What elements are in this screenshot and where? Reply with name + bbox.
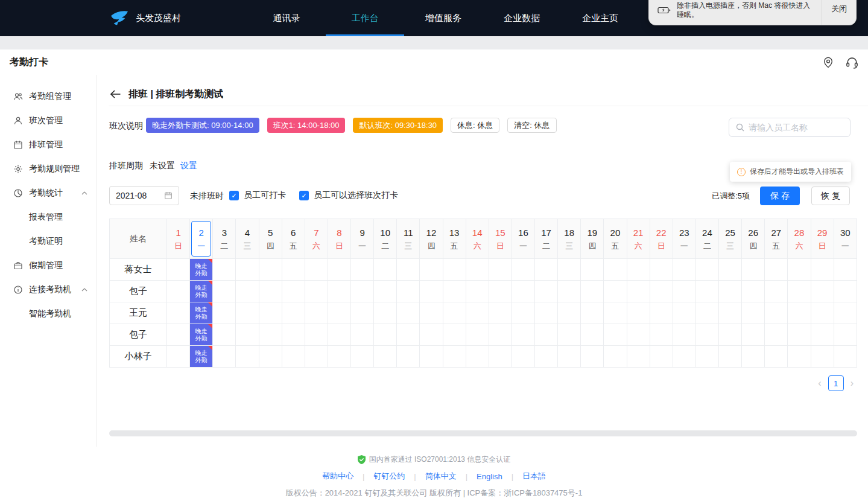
schedule-cell[interactable] <box>443 259 466 281</box>
sidebar-subitem[interactable]: 智能考勤机 <box>0 302 96 326</box>
schedule-cell[interactable] <box>604 346 627 368</box>
save-button[interactable]: 保 存 <box>760 187 800 205</box>
shift-badge[interactable]: 晚走外勤 <box>190 302 212 324</box>
schedule-cell[interactable] <box>535 281 558 302</box>
schedule-cell[interactable] <box>581 281 604 302</box>
schedule-cell[interactable] <box>213 259 236 281</box>
schedule-cell[interactable] <box>512 259 534 281</box>
schedule-cell[interactable] <box>466 324 489 346</box>
schedule-cell[interactable] <box>834 324 857 346</box>
sidebar-item[interactable]: 排班管理 <box>0 133 96 157</box>
schedule-cell[interactable] <box>374 346 397 368</box>
schedule-cell[interactable] <box>695 302 718 324</box>
schedule-cell[interactable] <box>374 324 397 346</box>
schedule-cell[interactable] <box>765 324 788 346</box>
schedule-cell[interactable] <box>259 259 282 281</box>
schedule-cell[interactable] <box>305 281 328 302</box>
schedule-cell[interactable] <box>305 324 328 346</box>
schedule-cell[interactable] <box>374 281 397 302</box>
schedule-cell[interactable] <box>811 346 834 368</box>
schedule-cell[interactable] <box>627 302 650 324</box>
schedule-cell[interactable] <box>742 346 765 368</box>
schedule-cell[interactable] <box>351 281 374 302</box>
schedule-cell[interactable] <box>788 324 811 346</box>
schedule-cell[interactable] <box>351 324 374 346</box>
top-nav-item[interactable]: 增值服务 <box>404 0 483 36</box>
checkbox-employee-can-punch[interactable]: ✓ 员工可打卡 <box>229 190 286 201</box>
schedule-cell[interactable]: 晚走外勤 <box>190 281 213 302</box>
schedule-cell[interactable]: 晚走外勤 <box>190 346 213 368</box>
sidebar-item[interactable]: 连接考勤机 <box>0 278 96 302</box>
schedule-cell[interactable] <box>259 302 282 324</box>
schedule-cell[interactable] <box>765 302 788 324</box>
schedule-cell[interactable] <box>673 281 695 302</box>
day-column-header[interactable]: 4三 <box>236 219 259 259</box>
schedule-cell[interactable] <box>512 346 534 368</box>
schedule-cell[interactable] <box>604 324 627 346</box>
schedule-cell[interactable] <box>167 259 190 281</box>
schedule-cell[interactable] <box>236 346 259 368</box>
schedule-cell[interactable] <box>673 259 695 281</box>
day-column-header[interactable]: 9一 <box>351 219 374 259</box>
day-column-header[interactable]: 1日 <box>167 219 190 259</box>
day-column-header[interactable]: 19四 <box>581 219 604 259</box>
prev-page-icon[interactable]: ‹ <box>818 378 821 388</box>
schedule-cell[interactable] <box>443 281 466 302</box>
schedule-cell[interactable] <box>742 302 765 324</box>
schedule-cell[interactable] <box>558 324 581 346</box>
schedule-cell[interactable] <box>167 324 190 346</box>
shift-badge[interactable]: 晚走外勤 <box>190 259 212 280</box>
schedule-cell[interactable] <box>420 259 443 281</box>
schedule-cell[interactable] <box>558 346 581 368</box>
schedule-cell[interactable] <box>236 302 259 324</box>
schedule-cell[interactable] <box>788 281 811 302</box>
schedule-cell[interactable] <box>236 324 259 346</box>
schedule-cell[interactable] <box>328 259 350 281</box>
day-column-header[interactable]: 25三 <box>719 219 742 259</box>
schedule-cell[interactable] <box>581 346 604 368</box>
schedule-cell[interactable] <box>305 259 328 281</box>
day-column-header[interactable]: 7六 <box>305 219 328 259</box>
schedule-cell[interactable] <box>581 324 604 346</box>
schedule-cell[interactable] <box>627 346 650 368</box>
notification-close-button[interactable]: 关闭 <box>822 0 856 25</box>
schedule-cell[interactable] <box>512 281 534 302</box>
schedule-cell[interactable] <box>420 324 443 346</box>
schedule-cell[interactable] <box>742 259 765 281</box>
schedule-cell[interactable] <box>397 281 420 302</box>
schedule-cell[interactable] <box>443 324 466 346</box>
schedule-cell[interactable] <box>328 346 350 368</box>
top-nav-item[interactable]: 工作台 <box>326 0 404 36</box>
restore-button[interactable]: 恢 复 <box>811 187 850 205</box>
schedule-cell[interactable]: 晚走外勤 <box>190 302 213 324</box>
schedule-cell[interactable] <box>167 302 190 324</box>
day-column-header[interactable]: 12四 <box>420 219 443 259</box>
checkbox-employee-can-choose-shift[interactable]: ✓ 员工可以选择班次打卡 <box>299 190 398 201</box>
schedule-cell[interactable] <box>695 281 718 302</box>
schedule-cell[interactable] <box>351 302 374 324</box>
schedule-cell[interactable] <box>374 259 397 281</box>
schedule-cell[interactable] <box>466 259 489 281</box>
day-column-header[interactable]: 22日 <box>650 219 673 259</box>
cycle-setup-link[interactable]: 设置 <box>180 161 197 171</box>
schedule-cell[interactable] <box>466 346 489 368</box>
schedule-cell[interactable] <box>489 346 512 368</box>
day-column-header[interactable]: 20五 <box>604 219 627 259</box>
day-column-header[interactable]: 13五 <box>443 219 466 259</box>
schedule-cell[interactable] <box>765 281 788 302</box>
sidebar-subitem[interactable]: 考勤证明 <box>0 229 96 254</box>
shift-badge[interactable]: 晚走外勤 <box>190 281 212 302</box>
schedule-cell[interactable] <box>834 281 857 302</box>
schedule-cell[interactable] <box>535 346 558 368</box>
horizontal-scrollbar[interactable] <box>109 430 857 436</box>
day-column-header[interactable]: 28六 <box>788 219 811 259</box>
day-column-header[interactable]: 17二 <box>535 219 558 259</box>
brand[interactable]: 头发茂盛村 <box>110 0 181 36</box>
schedule-cell[interactable] <box>397 259 420 281</box>
schedule-cell[interactable] <box>765 259 788 281</box>
schedule-cell[interactable]: 晚走外勤 <box>190 259 213 281</box>
schedule-cell[interactable] <box>650 259 673 281</box>
back-arrow-icon[interactable] <box>110 89 121 99</box>
schedule-cell[interactable] <box>695 259 718 281</box>
schedule-cell[interactable] <box>604 281 627 302</box>
